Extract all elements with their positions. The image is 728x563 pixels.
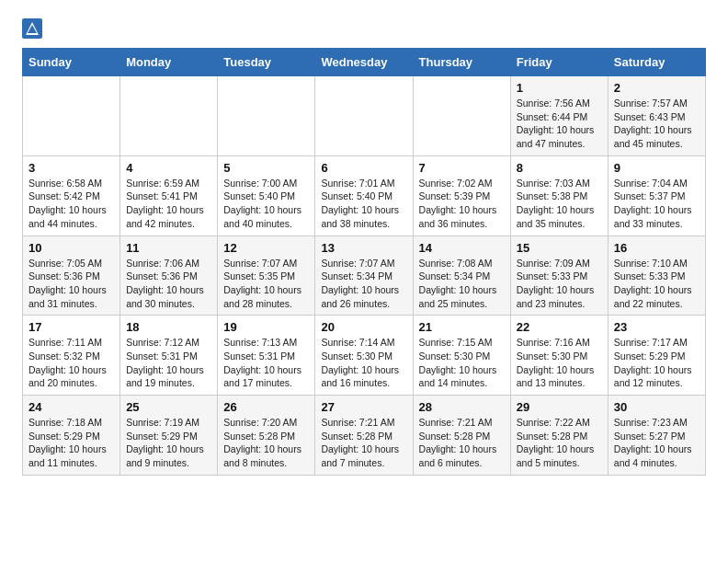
calendar-cell bbox=[413, 76, 510, 156]
day-header-monday: Monday bbox=[120, 49, 218, 76]
calendar-cell: 13Sunrise: 7:07 AM Sunset: 5:34 PM Dayli… bbox=[315, 236, 413, 316]
day-info: Sunrise: 7:07 AM Sunset: 5:35 PM Dayligh… bbox=[223, 257, 309, 311]
calendar-cell: 24Sunrise: 7:18 AM Sunset: 5:29 PM Dayli… bbox=[23, 396, 120, 476]
calendar-cell: 4Sunrise: 6:59 AM Sunset: 5:41 PM Daylig… bbox=[120, 155, 218, 236]
logo-icon bbox=[22, 18, 42, 39]
day-info: Sunrise: 7:12 AM Sunset: 5:31 PM Dayligh… bbox=[126, 336, 211, 390]
calendar-cell: 28Sunrise: 7:21 AM Sunset: 5:28 PM Dayli… bbox=[413, 396, 510, 476]
calendar-cell: 1Sunrise: 7:56 AM Sunset: 6:44 PM Daylig… bbox=[510, 76, 608, 156]
calendar-cell: 8Sunrise: 7:03 AM Sunset: 5:38 PM Daylig… bbox=[510, 155, 608, 236]
calendar-cell: 27Sunrise: 7:21 AM Sunset: 5:28 PM Dayli… bbox=[315, 396, 413, 476]
day-info: Sunrise: 7:17 AM Sunset: 5:29 PM Dayligh… bbox=[614, 336, 700, 390]
day-number: 13 bbox=[321, 241, 406, 255]
day-number: 11 bbox=[126, 241, 211, 255]
day-info: Sunrise: 7:07 AM Sunset: 5:34 PM Dayligh… bbox=[321, 257, 406, 311]
calendar-cell: 25Sunrise: 7:19 AM Sunset: 5:29 PM Dayli… bbox=[120, 396, 218, 476]
calendar-cell: 21Sunrise: 7:15 AM Sunset: 5:30 PM Dayli… bbox=[413, 316, 510, 396]
day-info: Sunrise: 7:22 AM Sunset: 5:28 PM Dayligh… bbox=[517, 416, 602, 470]
day-info: Sunrise: 7:56 AM Sunset: 6:44 PM Dayligh… bbox=[517, 97, 602, 151]
day-info: Sunrise: 6:58 AM Sunset: 5:42 PM Dayligh… bbox=[28, 177, 114, 231]
calendar-cell: 30Sunrise: 7:23 AM Sunset: 5:27 PM Dayli… bbox=[608, 396, 705, 476]
calendar-cell: 5Sunrise: 7:00 AM Sunset: 5:40 PM Daylig… bbox=[218, 155, 315, 236]
day-header-sunday: Sunday bbox=[23, 49, 120, 76]
day-number: 29 bbox=[517, 400, 602, 414]
day-info: Sunrise: 7:57 AM Sunset: 6:43 PM Dayligh… bbox=[614, 97, 700, 151]
day-number: 16 bbox=[614, 241, 700, 255]
day-number: 27 bbox=[321, 400, 406, 414]
day-number: 1 bbox=[517, 81, 602, 95]
day-info: Sunrise: 7:04 AM Sunset: 5:37 PM Dayligh… bbox=[614, 177, 700, 231]
day-info: Sunrise: 7:03 AM Sunset: 5:38 PM Dayligh… bbox=[517, 177, 602, 231]
day-number: 6 bbox=[321, 161, 406, 175]
calendar-cell: 15Sunrise: 7:09 AM Sunset: 5:33 PM Dayli… bbox=[510, 236, 608, 316]
day-number: 20 bbox=[321, 320, 406, 334]
calendar-cell: 10Sunrise: 7:05 AM Sunset: 5:36 PM Dayli… bbox=[23, 236, 120, 316]
day-number: 24 bbox=[28, 400, 114, 414]
calendar-cell: 3Sunrise: 6:58 AM Sunset: 5:42 PM Daylig… bbox=[23, 155, 120, 236]
day-info: Sunrise: 7:13 AM Sunset: 5:31 PM Dayligh… bbox=[223, 336, 309, 390]
calendar-cell bbox=[315, 76, 413, 156]
day-number: 30 bbox=[614, 400, 700, 414]
day-number: 19 bbox=[223, 320, 309, 334]
day-number: 8 bbox=[517, 161, 602, 175]
day-header-tuesday: Tuesday bbox=[218, 49, 315, 76]
day-number: 26 bbox=[223, 400, 309, 414]
calendar-cell: 23Sunrise: 7:17 AM Sunset: 5:29 PM Dayli… bbox=[608, 316, 705, 396]
calendar-cell: 11Sunrise: 7:06 AM Sunset: 5:36 PM Dayli… bbox=[120, 236, 218, 316]
day-header-friday: Friday bbox=[510, 49, 608, 76]
day-header-wednesday: Wednesday bbox=[315, 49, 413, 76]
day-info: Sunrise: 7:21 AM Sunset: 5:28 PM Dayligh… bbox=[419, 416, 505, 470]
day-info: Sunrise: 7:06 AM Sunset: 5:36 PM Dayligh… bbox=[126, 257, 211, 311]
day-number: 18 bbox=[126, 320, 211, 334]
calendar-cell bbox=[120, 76, 218, 156]
day-number: 12 bbox=[223, 241, 309, 255]
day-info: Sunrise: 7:09 AM Sunset: 5:33 PM Dayligh… bbox=[517, 257, 602, 311]
calendar-cell: 14Sunrise: 7:08 AM Sunset: 5:34 PM Dayli… bbox=[413, 236, 510, 316]
day-number: 28 bbox=[419, 400, 505, 414]
day-info: Sunrise: 7:14 AM Sunset: 5:30 PM Dayligh… bbox=[321, 336, 406, 390]
day-number: 14 bbox=[419, 241, 505, 255]
day-number: 10 bbox=[28, 241, 114, 255]
day-number: 9 bbox=[614, 161, 700, 175]
calendar-cell: 22Sunrise: 7:16 AM Sunset: 5:30 PM Dayli… bbox=[510, 316, 608, 396]
day-info: Sunrise: 7:05 AM Sunset: 5:36 PM Dayligh… bbox=[28, 257, 114, 311]
calendar-cell: 29Sunrise: 7:22 AM Sunset: 5:28 PM Dayli… bbox=[510, 396, 608, 476]
calendar-cell: 2Sunrise: 7:57 AM Sunset: 6:43 PM Daylig… bbox=[608, 76, 705, 156]
day-number: 25 bbox=[126, 400, 211, 414]
logo bbox=[22, 18, 46, 39]
day-header-thursday: Thursday bbox=[413, 49, 510, 76]
day-info: Sunrise: 7:16 AM Sunset: 5:30 PM Dayligh… bbox=[517, 336, 602, 390]
day-info: Sunrise: 7:23 AM Sunset: 5:27 PM Dayligh… bbox=[614, 416, 700, 470]
day-info: Sunrise: 7:01 AM Sunset: 5:40 PM Dayligh… bbox=[321, 177, 406, 231]
day-info: Sunrise: 7:02 AM Sunset: 5:39 PM Dayligh… bbox=[419, 177, 505, 231]
day-info: Sunrise: 7:11 AM Sunset: 5:32 PM Dayligh… bbox=[28, 336, 114, 390]
calendar-table: SundayMondayTuesdayWednesdayThursdayFrid… bbox=[22, 48, 706, 476]
day-number: 7 bbox=[419, 161, 505, 175]
day-number: 22 bbox=[517, 320, 602, 334]
day-number: 2 bbox=[614, 81, 700, 95]
day-info: Sunrise: 7:20 AM Sunset: 5:28 PM Dayligh… bbox=[223, 416, 309, 470]
day-number: 5 bbox=[223, 161, 309, 175]
day-info: Sunrise: 7:08 AM Sunset: 5:34 PM Dayligh… bbox=[419, 257, 505, 311]
calendar-cell: 16Sunrise: 7:10 AM Sunset: 5:33 PM Dayli… bbox=[608, 236, 705, 316]
calendar-cell: 18Sunrise: 7:12 AM Sunset: 5:31 PM Dayli… bbox=[120, 316, 218, 396]
day-number: 23 bbox=[614, 320, 700, 334]
calendar-cell: 9Sunrise: 7:04 AM Sunset: 5:37 PM Daylig… bbox=[608, 155, 705, 236]
day-header-saturday: Saturday bbox=[608, 49, 705, 76]
calendar-cell: 19Sunrise: 7:13 AM Sunset: 5:31 PM Dayli… bbox=[218, 316, 315, 396]
day-number: 17 bbox=[28, 320, 114, 334]
day-number: 4 bbox=[126, 161, 211, 175]
day-info: Sunrise: 6:59 AM Sunset: 5:41 PM Dayligh… bbox=[126, 177, 211, 231]
day-info: Sunrise: 7:21 AM Sunset: 5:28 PM Dayligh… bbox=[321, 416, 406, 470]
day-number: 21 bbox=[419, 320, 505, 334]
day-info: Sunrise: 7:00 AM Sunset: 5:40 PM Dayligh… bbox=[223, 177, 309, 231]
day-info: Sunrise: 7:10 AM Sunset: 5:33 PM Dayligh… bbox=[614, 257, 700, 311]
calendar-cell: 6Sunrise: 7:01 AM Sunset: 5:40 PM Daylig… bbox=[315, 155, 413, 236]
calendar-cell: 12Sunrise: 7:07 AM Sunset: 5:35 PM Dayli… bbox=[218, 236, 315, 316]
calendar-cell: 20Sunrise: 7:14 AM Sunset: 5:30 PM Dayli… bbox=[315, 316, 413, 396]
day-info: Sunrise: 7:15 AM Sunset: 5:30 PM Dayligh… bbox=[419, 336, 505, 390]
calendar-cell bbox=[23, 76, 120, 156]
calendar-cell bbox=[218, 76, 315, 156]
day-number: 3 bbox=[28, 161, 114, 175]
calendar-cell: 17Sunrise: 7:11 AM Sunset: 5:32 PM Dayli… bbox=[23, 316, 120, 396]
